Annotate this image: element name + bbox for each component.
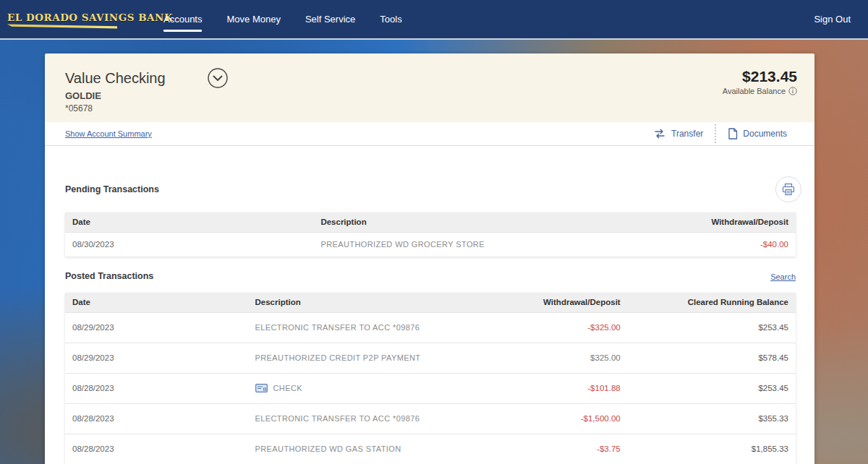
transaction-date: 08/28/2023	[65, 373, 248, 403]
transaction-amount: $325.00	[518, 343, 628, 373]
posted-transaction-row[interactable]: 08/28/2023 PREAUTHORIZED WD GAS STATION …	[65, 434, 796, 464]
info-icon[interactable]	[788, 87, 797, 95]
transaction-amount: -$40.00	[650, 232, 796, 257]
bank-logo-text: EL DORADO SAVINGS BANK	[7, 12, 123, 23]
show-account-summary-link[interactable]: Show Account Summary	[65, 129, 152, 138]
account-collapse-chevron-icon[interactable]	[208, 68, 228, 88]
available-balance-label: Available Balance	[723, 87, 786, 95]
transaction-amount: -$101.88	[518, 373, 628, 403]
account-header: Value Checking GOLDIE *05678 $213.45 Ava…	[45, 53, 814, 122]
transfer-label: Transfer	[671, 129, 703, 139]
document-icon	[728, 128, 738, 139]
documents-label: Documents	[743, 129, 787, 139]
posted-col-date: Date	[65, 293, 248, 312]
account-action-row: Show Account Summary Transfer	[45, 122, 814, 146]
pending-transaction-row[interactable]: 08/30/2023 PREAUTHORIZED WD GROCERY STOR…	[65, 232, 796, 257]
posted-transaction-row[interactable]: 08/29/2023 PREAUTHORIZED CREDIT P2P PAYM…	[65, 343, 796, 373]
print-button[interactable]	[775, 176, 801, 202]
posted-col-amount: Withdrawal/Deposit	[518, 293, 628, 312]
account-nickname: GOLDIE	[65, 90, 228, 101]
pending-transactions-table: Date Description Withdrawal/Deposit 08/3…	[65, 212, 796, 257]
posted-transactions-title: Posted Transactions	[65, 271, 153, 281]
transaction-running-balance: $253.45	[628, 373, 796, 403]
account-card: Value Checking GOLDIE *05678 $213.45 Ava…	[45, 53, 814, 464]
check-image-icon[interactable]	[255, 384, 268, 392]
account-number: *05678	[65, 103, 228, 113]
nav-tab-self-service[interactable]: Self Service	[305, 0, 355, 38]
posted-col-description: Description	[248, 293, 519, 312]
transaction-description: PREAUTHORIZED CREDIT P2P PAYMENT	[255, 353, 421, 362]
transaction-description: PREAUTHORIZED WD GROCERY STORE	[313, 232, 650, 257]
transfer-button[interactable]: Transfer	[642, 129, 715, 139]
posted-col-balance: Cleared Running Balance	[628, 293, 796, 312]
transaction-date: 08/28/2023	[65, 434, 248, 464]
pending-col-description: Description	[313, 212, 650, 232]
transaction-running-balance: $355.33	[628, 403, 796, 434]
primary-nav: Accounts Move Money Self Service Tools	[163, 0, 402, 38]
transaction-date: 08/29/2023	[65, 343, 248, 373]
documents-button[interactable]: Documents	[716, 128, 799, 139]
bank-logo[interactable]: EL DORADO SAVINGS BANK	[7, 12, 123, 29]
bank-logo-swoosh	[7, 24, 117, 29]
transaction-date: 08/28/2023	[65, 403, 248, 434]
pending-transactions-title: Pending Transactions	[65, 184, 159, 194]
transfer-icon	[653, 129, 666, 139]
transaction-amount: -$1,500.00	[518, 403, 628, 434]
pending-table-header-row: Date Description Withdrawal/Deposit	[65, 212, 796, 232]
available-balance-amount: $213.45	[723, 68, 797, 85]
posted-transactions-table: Date Description Withdrawal/Deposit Clea…	[65, 293, 796, 464]
sign-out-button[interactable]: Sign Out	[814, 14, 851, 25]
transaction-running-balance: $578.45	[628, 343, 796, 373]
nav-tab-move-money[interactable]: Move Money	[226, 0, 280, 38]
posted-transaction-row[interactable]: 08/29/2023 ELECTRONIC TRANSFER TO ACC *0…	[65, 312, 796, 343]
search-link[interactable]: Search	[770, 272, 796, 281]
pending-col-amount: Withdrawal/Deposit	[650, 212, 796, 232]
nav-tab-tools[interactable]: Tools	[380, 0, 401, 38]
transaction-description: CHECK	[273, 384, 303, 392]
account-title: Value Checking	[65, 70, 166, 87]
posted-transaction-row[interactable]: 08/28/2023 ELECTRONIC TRANSFER TO ACC *0…	[65, 403, 796, 434]
transaction-running-balance: $253.45	[628, 312, 796, 343]
transaction-amount: -$3.75	[518, 434, 628, 464]
page-background: Value Checking GOLDIE *05678 $213.45 Ava…	[0, 40, 868, 464]
nav-tab-accounts[interactable]: Accounts	[163, 0, 202, 38]
transaction-running-balance: $1,855.33	[628, 434, 796, 464]
posted-table-header-row: Date Description Withdrawal/Deposit Clea…	[65, 293, 796, 312]
transaction-description: ELECTRONIC TRANSFER TO ACC *09876	[255, 323, 420, 332]
transaction-date: 08/29/2023	[65, 312, 248, 343]
printer-icon	[782, 183, 795, 196]
transaction-amount: -$325.00	[518, 312, 628, 343]
transaction-description: ELECTRONIC TRANSFER TO ACC *09876	[255, 414, 420, 423]
posted-transaction-row[interactable]: 08/28/2023 CHECK -$101.88 $253.45	[65, 373, 796, 403]
transaction-date: 08/30/2023	[65, 232, 313, 257]
pending-col-date: Date	[65, 212, 313, 232]
top-navigation-bar: EL DORADO SAVINGS BANK Accounts Move Mon…	[0, 0, 868, 38]
transaction-description: PREAUTHORIZED WD GAS STATION	[255, 444, 401, 453]
